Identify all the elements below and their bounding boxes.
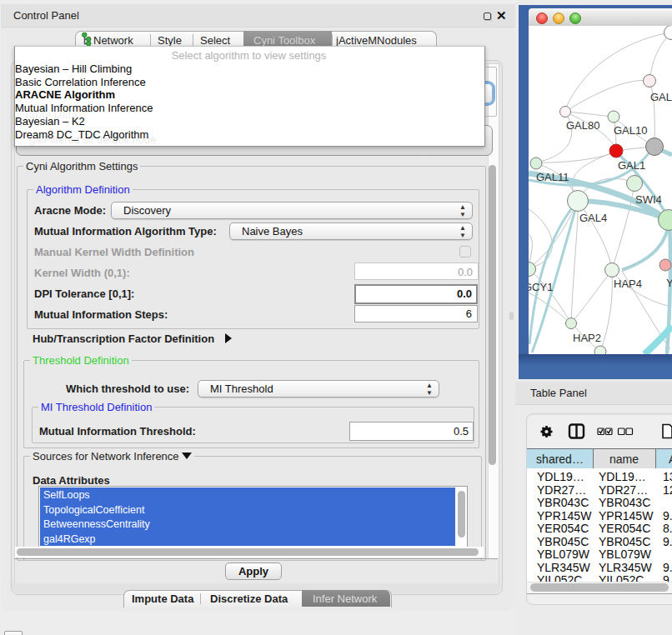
svg-text:GAL10: GAL10 (614, 124, 647, 137)
svg-text:SWI4: SWI4 (635, 193, 662, 206)
svg-text:HAP2: HAP2 (573, 332, 601, 344)
svg-text:GAL80: GAL80 (566, 119, 599, 132)
svg-text:GAL11: GAL11 (536, 171, 569, 183)
svg-text:GAL7: GAL7 (650, 91, 672, 103)
svg-text:GCY1: GCY1 (529, 281, 553, 293)
svg-text:HAP4: HAP4 (614, 278, 642, 290)
svg-text:GAL4: GAL4 (579, 212, 607, 224)
svg-text:Y: Y (666, 277, 672, 289)
svg-text:GAL1: GAL1 (618, 159, 645, 172)
